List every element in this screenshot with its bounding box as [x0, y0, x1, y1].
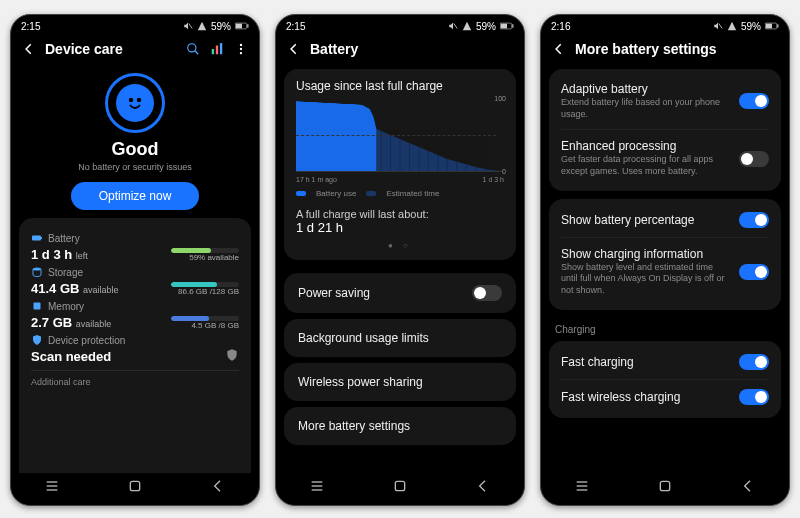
- storage-stat[interactable]: Storage 41.4 GB available 86.6 GB /128 G…: [31, 266, 239, 296]
- fast-charging-item[interactable]: Fast charging: [561, 345, 769, 379]
- rating-text: Good: [11, 139, 259, 160]
- battery-icon: [235, 22, 249, 30]
- status-bar: 2:15 59%: [11, 15, 259, 35]
- charging-section-header: Charging: [555, 324, 775, 335]
- usage-heading: Usage since last full charge: [296, 79, 504, 93]
- search-icon[interactable]: [185, 41, 201, 57]
- storage-icon: [31, 266, 43, 280]
- memory-stat[interactable]: Memory 2.7 GB available 4.5 GB /8 GB: [31, 300, 239, 330]
- nav-back-icon[interactable]: [210, 478, 226, 496]
- battery-icon: [765, 22, 779, 30]
- show-percentage-item[interactable]: Show battery percentage: [561, 203, 769, 237]
- show-charging-toggle[interactable]: [739, 264, 769, 280]
- additional-care[interactable]: Additional care: [31, 370, 239, 387]
- mute-icon: [448, 21, 458, 31]
- svg-rect-7: [216, 46, 218, 55]
- enhanced-processing-item[interactable]: Enhanced processing Get faster data proc…: [561, 129, 769, 186]
- power-saving-item[interactable]: Power saving: [284, 273, 516, 313]
- wireless-power-sharing-item[interactable]: Wireless power sharing: [284, 363, 516, 401]
- mute-icon: [713, 21, 723, 31]
- svg-rect-44: [766, 24, 772, 29]
- more-battery-settings-item[interactable]: More battery settings: [284, 407, 516, 445]
- svg-rect-21: [130, 481, 139, 490]
- fast-wireless-toggle[interactable]: [739, 389, 769, 405]
- chart-x-end: 1 d 3 h: [483, 176, 504, 183]
- nav-bar: [276, 473, 524, 505]
- status-bar: 2:16 59%: [541, 15, 789, 35]
- svg-rect-24: [501, 24, 507, 29]
- svg-point-4: [188, 44, 196, 52]
- svg-rect-2: [236, 24, 242, 29]
- svg-rect-49: [660, 481, 669, 490]
- svg-rect-3: [247, 24, 248, 28]
- svg-point-11: [240, 52, 242, 54]
- smiley-icon: [105, 73, 165, 133]
- full-charge-value: 1 d 21 h: [296, 220, 504, 235]
- protection-stat[interactable]: Device protection Scan needed: [31, 334, 239, 364]
- optimize-button[interactable]: Optimize now: [71, 182, 200, 210]
- nav-home-icon[interactable]: [657, 478, 673, 496]
- fast-charging-toggle[interactable]: [739, 354, 769, 370]
- status-time: 2:15: [21, 21, 40, 32]
- nav-home-icon[interactable]: [127, 478, 143, 496]
- health-summary: Good No battery or security issues Optim…: [11, 65, 259, 214]
- svg-rect-45: [777, 24, 778, 28]
- back-icon[interactable]: [21, 41, 37, 57]
- svg-point-16: [33, 267, 41, 270]
- svg-point-13: [138, 99, 140, 101]
- svg-rect-41: [395, 481, 404, 490]
- pager-dots[interactable]: ● ○: [296, 241, 504, 250]
- device-care-screen: 2:15 59% Device care Good No battery or …: [10, 14, 260, 506]
- status-time: 2:16: [551, 21, 570, 32]
- battery-screen: 2:15 59% Battery Usage since last full c…: [275, 14, 525, 506]
- svg-rect-15: [41, 237, 42, 239]
- svg-rect-17: [34, 302, 41, 309]
- signal-icon: [197, 21, 207, 31]
- power-saving-toggle[interactable]: [472, 285, 502, 301]
- full-charge-label: A full charge will last about:: [296, 208, 504, 220]
- header: Battery: [276, 35, 524, 65]
- adaptive-battery-item[interactable]: Adaptive battery Extend battery life bas…: [561, 73, 769, 129]
- shield-icon: [225, 348, 239, 364]
- usage-panel[interactable]: Usage since last full charge 1000 17 h 1…: [284, 69, 516, 260]
- nav-recents-icon[interactable]: [44, 478, 60, 496]
- svg-rect-8: [220, 43, 222, 54]
- nav-back-icon[interactable]: [475, 478, 491, 496]
- adaptive-toggle[interactable]: [739, 93, 769, 109]
- svg-line-22: [454, 24, 457, 29]
- back-icon[interactable]: [551, 41, 567, 57]
- page-title: More battery settings: [575, 41, 717, 57]
- chart-icon[interactable]: [209, 41, 225, 57]
- chart-legend: Battery use Estimated time: [296, 189, 504, 198]
- svg-point-9: [240, 44, 242, 46]
- svg-point-10: [240, 48, 242, 50]
- nav-home-icon[interactable]: [392, 478, 408, 496]
- adaptive-panel: Adaptive battery Extend battery life bas…: [549, 69, 781, 191]
- display-panel: Show battery percentage Show charging in…: [549, 199, 781, 310]
- nav-recents-icon[interactable]: [309, 478, 325, 496]
- nav-recents-icon[interactable]: [574, 478, 590, 496]
- nav-back-icon[interactable]: [740, 478, 756, 496]
- battery-icon: [500, 22, 514, 30]
- page-title: Battery: [310, 41, 358, 57]
- bg-limits-item[interactable]: Background usage limits: [284, 319, 516, 357]
- battery-stat[interactable]: Battery 1 d 3 h left 59% available: [31, 232, 239, 262]
- back-icon[interactable]: [286, 41, 302, 57]
- show-charging-info-item[interactable]: Show charging information Show battery l…: [561, 237, 769, 306]
- memory-icon: [31, 300, 43, 314]
- more-icon[interactable]: [233, 41, 249, 57]
- signal-icon: [462, 21, 472, 31]
- more-battery-settings-screen: 2:16 59% More battery settings Adaptive …: [540, 14, 790, 506]
- svg-line-0: [189, 24, 192, 29]
- svg-rect-6: [212, 49, 214, 54]
- enhanced-toggle[interactable]: [739, 151, 769, 167]
- svg-line-5: [195, 51, 199, 55]
- stats-panel: Battery 1 d 3 h left 59% available Stora…: [19, 218, 251, 473]
- svg-point-12: [130, 99, 132, 101]
- mute-icon: [183, 21, 193, 31]
- header: More battery settings: [541, 35, 789, 65]
- status-bar: 2:15 59%: [276, 15, 524, 35]
- signal-icon: [727, 21, 737, 31]
- show-percentage-toggle[interactable]: [739, 212, 769, 228]
- fast-wireless-charging-item[interactable]: Fast wireless charging: [561, 379, 769, 414]
